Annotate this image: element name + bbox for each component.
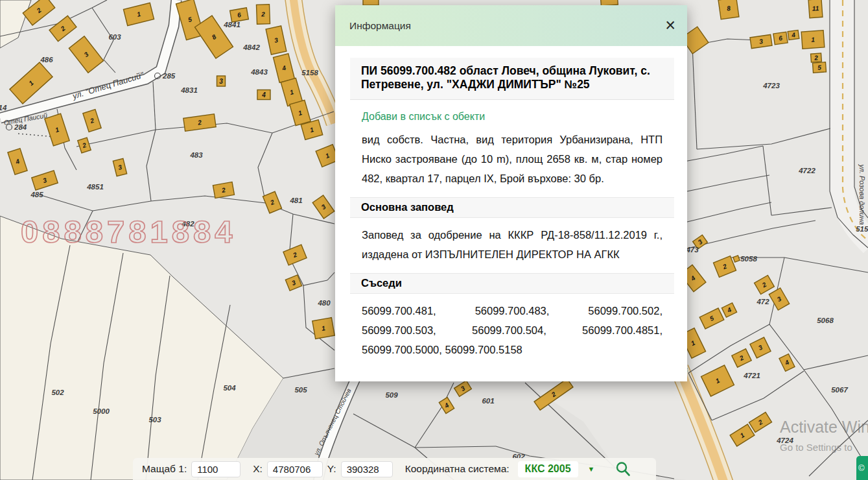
copyright-badge[interactable]: ©	[856, 456, 868, 480]
map-building: 6	[773, 32, 788, 45]
parcel-label: 4831	[180, 86, 198, 94]
y-coordinate-input[interactable]	[341, 461, 393, 477]
map-building: 4	[257, 90, 270, 100]
map-building: 5	[813, 62, 827, 73]
add-to-list-link[interactable]: Добави в списък с обекти	[362, 111, 663, 123]
parcel-label: 4722	[798, 167, 815, 174]
close-icon[interactable]: ×	[665, 17, 675, 34]
svg-text:3: 3	[219, 78, 223, 85]
parcel-label: 472	[756, 298, 769, 306]
map-building: 8	[718, 0, 739, 19]
map-building: 1	[801, 30, 825, 49]
map-building: 4	[788, 30, 799, 40]
parcel-label: 4843	[250, 68, 268, 76]
neighbors-section-text: 56099.700.481, 56099.700.483, 56099.700.…	[362, 301, 663, 359]
chevron-down-icon[interactable]: ▼	[588, 465, 595, 473]
map-building: 1	[312, 318, 334, 339]
parcel-label: 502	[51, 389, 64, 396]
order-section-heading: Основна заповед	[350, 197, 674, 218]
parcel-label: 14	[0, 104, 7, 112]
parcel-label: 603	[108, 33, 121, 41]
app-window: 2231112243358623411134212232313428113641…	[0, 0, 868, 480]
parcel-label: 486	[40, 56, 53, 64]
info-panel-body: ПИ 56099.700.482 област Ловеч, община Лу…	[335, 46, 687, 381]
parcel-label: 504	[223, 384, 236, 392]
parcel-label: 473	[685, 246, 699, 254]
crs-label: Координатна система:	[405, 463, 510, 475]
parcel-label: 601	[482, 397, 494, 405]
search-icon	[615, 461, 631, 477]
svg-text:2: 2	[261, 10, 265, 18]
map-building	[733, 256, 740, 262]
parcel-label: 509	[385, 391, 398, 399]
svg-text:2: 2	[814, 54, 819, 61]
parcel-label: 483	[189, 151, 203, 159]
activate-windows-text: Activate Win	[780, 418, 868, 437]
info-panel-header: Информация ×	[335, 5, 687, 46]
order-section-text: Заповед за одобрение на КККР РД-18-858/1…	[362, 225, 663, 264]
map-building: 2	[811, 53, 822, 62]
property-description: вид собств. Частна, вид територия Урбани…	[362, 130, 663, 188]
crs-dropdown[interactable]: ККС 2005	[518, 461, 578, 477]
parcel-label: 505	[294, 386, 307, 394]
parcel-label: 5058	[740, 255, 757, 263]
map-building: 3	[217, 76, 226, 86]
map-building	[363, 0, 379, 5]
activate-windows-subtext: Go to Settings to	[780, 442, 852, 453]
parcel-label: 4851	[86, 183, 104, 191]
parcel-label: 5067	[831, 386, 848, 394]
street-label: ул. Розова долина	[858, 163, 866, 224]
parcel-label: 4841	[223, 21, 240, 29]
neighbors-section-heading: Съседи	[350, 273, 674, 294]
map-building: 2	[256, 5, 270, 25]
parcel-label: 5000	[93, 407, 110, 415]
map-building: 2	[213, 182, 234, 198]
property-title: ПИ 56099.700.482 област Ловеч, община Лу…	[350, 58, 674, 100]
map-building: 6	[230, 8, 249, 22]
scale-input[interactable]	[191, 461, 240, 477]
x-label: X:	[253, 463, 263, 475]
parcel-label: 5158	[856, 225, 868, 233]
scale-label: Мащаб 1:	[142, 463, 187, 475]
svg-text:11: 11	[812, 5, 819, 12]
parcel-label: 4721	[743, 372, 760, 379]
search-button[interactable]	[615, 461, 631, 477]
parcel-label: 4723	[762, 82, 780, 90]
map-building: 11	[808, 0, 823, 18]
parcel-label: 4842	[242, 43, 260, 51]
info-panel: Информация × ПИ 56099.700.482 област Лов…	[335, 5, 687, 381]
parcel-label: 5158	[301, 69, 318, 77]
parcel-label: 485	[30, 191, 43, 198]
parcel-label: 503	[148, 416, 161, 424]
survey-point-label: 285	[162, 72, 176, 80]
parcel-label: 481	[289, 197, 302, 204]
x-coordinate-input[interactable]	[267, 461, 323, 477]
parcel-label: 5068	[817, 317, 834, 324]
panel-title: Информация	[349, 20, 411, 32]
phone-watermark: 0888781884	[21, 214, 237, 249]
y-label: Y:	[327, 463, 336, 475]
map-building: 3	[750, 34, 772, 48]
svg-text:4: 4	[261, 91, 266, 99]
map-toolbar: Мащаб 1: X: Y: Координатна система: ККС …	[133, 458, 656, 480]
parcel-label: 480	[317, 299, 331, 307]
